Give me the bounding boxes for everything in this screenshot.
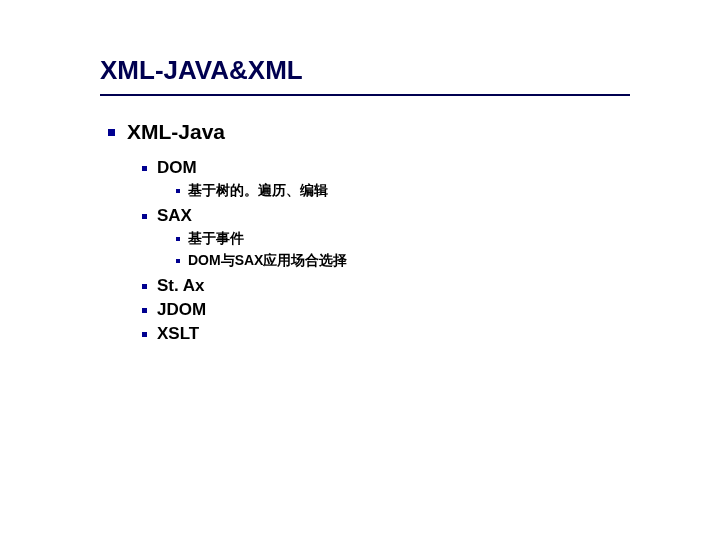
list-item-label: XSLT: [157, 324, 199, 344]
list-item-label: DOM与SAX应用场合选择: [188, 252, 347, 270]
list-item: SAX: [142, 206, 720, 226]
square-bullet-icon: [142, 284, 147, 289]
section-heading-row: XML-Java: [108, 120, 720, 144]
square-bullet-icon: [108, 129, 115, 136]
square-bullet-icon: [142, 308, 147, 313]
list-item: DOM与SAX应用场合选择: [176, 252, 720, 270]
square-bullet-icon: [142, 166, 147, 171]
square-bullet-icon: [142, 332, 147, 337]
list-item: JDOM: [142, 300, 720, 320]
list-item: XSLT: [142, 324, 720, 344]
square-bullet-icon: [176, 259, 180, 263]
list-item: 基于树的。遍历、编辑: [176, 182, 720, 200]
list-item-label: 基于事件: [188, 230, 244, 248]
list-item: DOM: [142, 158, 720, 178]
square-bullet-icon: [176, 237, 180, 241]
list-item: St. Ax: [142, 276, 720, 296]
section-heading: XML-Java: [127, 120, 225, 144]
list-item-label: St. Ax: [157, 276, 205, 296]
list-item-label: SAX: [157, 206, 192, 226]
square-bullet-icon: [142, 214, 147, 219]
list-item-label: DOM: [157, 158, 197, 178]
list-item-label: 基于树的。遍历、编辑: [188, 182, 328, 200]
list-item-label: JDOM: [157, 300, 206, 320]
square-bullet-icon: [176, 189, 180, 193]
list-item: 基于事件: [176, 230, 720, 248]
slide-title: XML-JAVA&XML: [100, 55, 630, 96]
